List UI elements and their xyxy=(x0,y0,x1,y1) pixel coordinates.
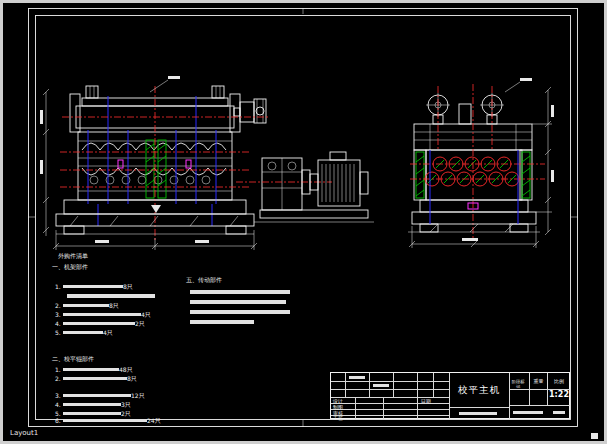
item-name-bar xyxy=(63,412,121,416)
item-no: 1. xyxy=(55,366,63,373)
titleblock-date-label: 日期 xyxy=(421,398,431,404)
titleblock-col-weight: 重量 xyxy=(530,378,547,384)
item-qty: 3只 xyxy=(121,401,131,408)
parts-list-item: 1. 8只 xyxy=(55,283,133,290)
roller-cluster xyxy=(425,157,519,186)
item-no: 2. xyxy=(55,375,63,382)
revision-bar xyxy=(373,384,389,387)
item-name-bar xyxy=(63,313,141,317)
item-qty: 8只 xyxy=(109,302,119,309)
item-name-bar xyxy=(63,304,109,308)
titleblock-col-stage: 阶段标记 xyxy=(510,379,526,389)
item-name-bar xyxy=(63,322,135,326)
parts-list-item: 5. 4只 xyxy=(55,329,113,336)
item-qty: 8只 xyxy=(123,283,133,290)
parts-list-item: 4. 3只 xyxy=(55,401,131,408)
item-no: 5. xyxy=(55,410,63,417)
revision-bar xyxy=(349,376,365,379)
item-name-bar xyxy=(190,290,290,294)
item-no: 4. xyxy=(55,401,63,408)
datum-triangle xyxy=(151,205,161,213)
item-name-bar xyxy=(67,294,155,298)
parts-list-header: 外购件清单 xyxy=(58,252,88,259)
parts-list-section2: 二、校平辊部件 xyxy=(52,355,94,362)
item-no: 4. xyxy=(55,320,63,327)
item-qty: 24只 xyxy=(147,417,161,424)
item-qty: 2只 xyxy=(135,320,145,327)
parts-list-item: 5. 2只 xyxy=(55,410,131,417)
titleblock-row-process: 工艺 xyxy=(333,415,343,421)
item-name-bar xyxy=(63,368,119,372)
item-name-bar xyxy=(63,394,131,398)
item-no: 1. xyxy=(55,283,63,290)
sheet-info-bar xyxy=(513,411,543,414)
item-qty: 12只 xyxy=(131,392,145,399)
drawing-scale: 1:22 xyxy=(547,390,571,399)
item-qty: 4只 xyxy=(103,329,113,336)
item-qty: 8只 xyxy=(127,375,137,382)
motor-body xyxy=(318,160,360,206)
front-elevation-view xyxy=(56,86,268,240)
item-no: 3. xyxy=(55,311,63,318)
item-qty: 48只 xyxy=(119,366,133,373)
parts-list-item: 3. 4只 xyxy=(55,311,151,318)
item-no: 3. xyxy=(55,392,63,399)
parts-list-item: 2. 8只 xyxy=(55,302,119,309)
sheet-info-bar xyxy=(553,411,565,414)
item-no: 2. xyxy=(55,302,63,309)
parts-list-section1: 一、机架部件 xyxy=(52,263,88,270)
item-name-bar xyxy=(63,331,103,335)
title-block: 设计 制图 审核 工艺 日期 校平主机 阶段标记 重量 比例 1:22 xyxy=(330,372,570,419)
parts-list-item: 6. 24只 xyxy=(55,417,161,424)
item-name-bar xyxy=(63,377,127,381)
item-name-bar xyxy=(190,310,290,314)
end-view xyxy=(408,84,545,240)
drawing-number-bar xyxy=(459,412,497,415)
sheet-border xyxy=(28,8,578,427)
item-name-bar xyxy=(190,300,286,304)
parts-list-item: 4. 2只 xyxy=(55,320,145,327)
guide-columns xyxy=(146,140,166,198)
parts-list-item: 2. 8只 xyxy=(55,375,137,382)
layout-tab[interactable]: Layout1 xyxy=(10,429,38,438)
item-no: 5. xyxy=(55,329,63,336)
item-qty: 4只 xyxy=(141,311,151,318)
parts-list-item: 3. 12只 xyxy=(55,392,145,399)
item-no: 6. xyxy=(55,417,63,424)
drawing-title: 校平主机 xyxy=(449,384,509,396)
item-name-bar xyxy=(190,320,254,324)
parts-list-section5: 五、传动部件 xyxy=(186,276,222,283)
cad-viewport: 外购件清单 一、机架部件 1. 8只 2. 8只 3. 4只 4. 2只 5. … xyxy=(0,0,607,444)
drive-unit-view xyxy=(236,152,374,222)
resize-grip[interactable] xyxy=(591,433,598,439)
parts-list-item: 1. 48只 xyxy=(55,366,133,373)
titleblock-col-scale: 比例 xyxy=(548,378,570,384)
item-name-bar xyxy=(63,285,123,289)
left-view-dimensions xyxy=(40,76,257,250)
item-qty: 2只 xyxy=(121,410,131,417)
item-name-bar xyxy=(63,419,147,423)
item-name-bar xyxy=(63,403,121,407)
